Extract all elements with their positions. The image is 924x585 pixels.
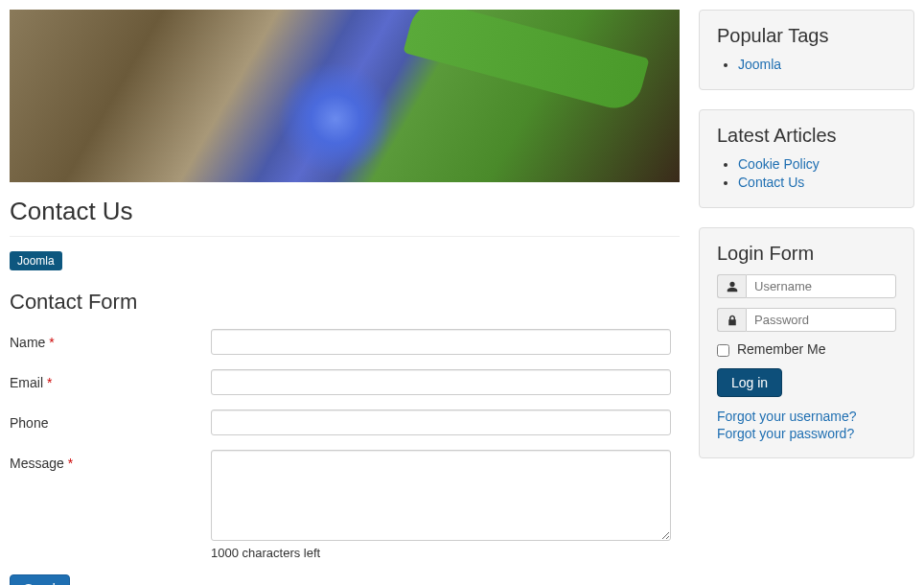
message-label: Message * xyxy=(10,450,211,560)
login-form-module: Login Form Remember Me Log in xyxy=(699,227,914,458)
user-icon xyxy=(717,274,746,298)
phone-label: Phone xyxy=(10,410,211,435)
sidebar: Popular Tags Joomla Latest Articles Cook… xyxy=(699,10,914,585)
popular-tags-module: Popular Tags Joomla xyxy=(699,10,914,90)
email-label: Email * xyxy=(10,369,211,395)
popular-tags-heading: Popular Tags xyxy=(717,25,896,47)
password-input[interactable] xyxy=(746,308,896,332)
email-input[interactable] xyxy=(211,369,671,395)
tag-joomla[interactable]: Joomla xyxy=(10,251,62,270)
divider xyxy=(10,236,680,237)
forgot-username-link[interactable]: Forgot your username? xyxy=(717,409,896,424)
username-input[interactable] xyxy=(746,274,896,298)
contact-form: Name * Email * Phone xyxy=(10,329,680,585)
name-input[interactable] xyxy=(211,329,671,355)
article-link-contact-us[interactable]: Contact Us xyxy=(738,175,804,190)
list-item: Contact Us xyxy=(738,175,896,190)
forgot-password-link[interactable]: Forgot your password? xyxy=(717,426,896,441)
list-item: Joomla xyxy=(738,57,896,72)
name-label: Name * xyxy=(10,329,211,355)
page-title: Contact Us xyxy=(10,197,680,226)
main-content: Contact Us Joomla Contact Form Name * Em… xyxy=(10,10,680,585)
tag-link-joomla[interactable]: Joomla xyxy=(738,57,781,72)
phone-input[interactable] xyxy=(211,410,671,435)
hero-image xyxy=(10,10,680,182)
login-button[interactable]: Log in xyxy=(717,368,782,397)
remember-me-label[interactable]: Remember Me xyxy=(717,341,825,357)
lock-icon xyxy=(717,308,746,332)
latest-articles-module: Latest Articles Cookie Policy Contact Us xyxy=(699,109,914,208)
remember-me-checkbox[interactable] xyxy=(717,344,729,357)
char-counter: 1000 characters left xyxy=(211,546,680,560)
login-form-heading: Login Form xyxy=(717,243,896,265)
message-textarea[interactable] xyxy=(211,450,671,541)
latest-articles-heading: Latest Articles xyxy=(717,125,896,147)
article-link-cookie-policy[interactable]: Cookie Policy xyxy=(738,156,820,172)
contact-form-heading: Contact Form xyxy=(10,290,680,315)
send-button[interactable]: Send xyxy=(10,574,70,585)
list-item: Cookie Policy xyxy=(738,156,896,172)
